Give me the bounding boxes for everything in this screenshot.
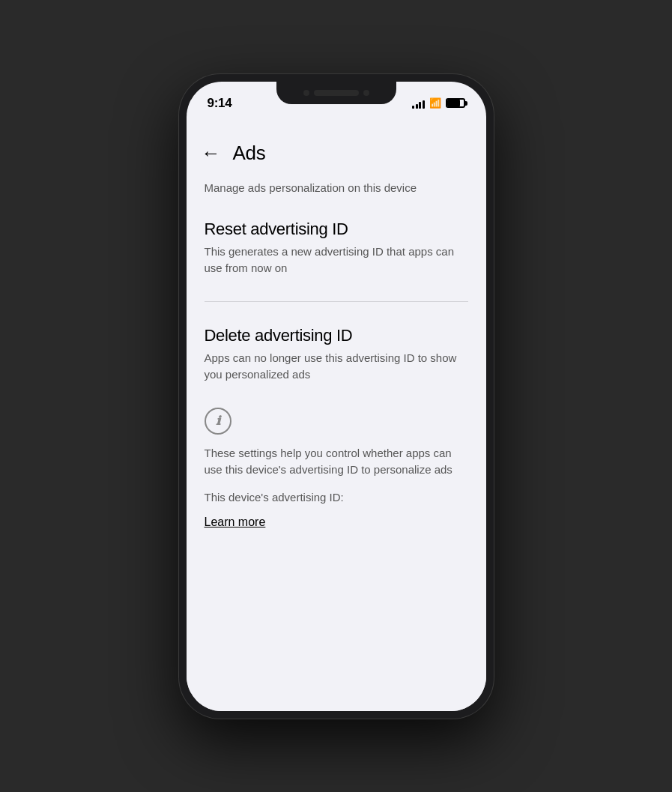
battery-fill — [447, 100, 461, 106]
page-header: ← Ads — [187, 130, 486, 171]
notch-dot-left — [303, 90, 309, 96]
delete-advertising-id-section[interactable]: Delete advertising ID Apps can no longer… — [205, 326, 468, 384]
signal-bar-4 — [423, 100, 425, 109]
phone-notch — [276, 82, 396, 104]
delete-advertising-id-desc: Apps can no longer use this advertising … — [205, 350, 468, 384]
notch-pill — [314, 90, 359, 96]
phone-device: 9:14 📶 ← — [179, 74, 494, 719]
info-icon: ℹ — [205, 408, 231, 435]
status-icons: 📶 — [412, 97, 465, 109]
wifi-icon: 📶 — [429, 97, 441, 109]
info-section: ℹ These settings help you control whethe… — [205, 408, 468, 529]
signal-bars-icon — [412, 98, 425, 109]
reset-advertising-id-desc: This generates a new advertising ID that… — [205, 244, 468, 277]
page-subtitle: Manage ads personalization on this devic… — [205, 180, 468, 196]
info-description: These settings help you control whether … — [205, 445, 468, 479]
reset-advertising-id-section[interactable]: Reset advertising ID This generates a ne… — [205, 220, 468, 277]
signal-bar-1 — [412, 106, 414, 109]
delete-advertising-id-title: Delete advertising ID — [205, 326, 468, 345]
notch-dot-right — [363, 90, 369, 96]
back-button[interactable]: ← — [202, 143, 221, 163]
info-icon-wrap: ℹ — [205, 408, 231, 435]
main-content: Manage ads personalization on this devic… — [187, 171, 486, 559]
status-time: 9:14 — [208, 96, 232, 111]
divider-1 — [205, 301, 468, 302]
page-title: Ads — [233, 142, 266, 165]
screen-content: ← Ads Manage ads personalization on this… — [187, 118, 486, 711]
back-arrow-icon: ← — [202, 143, 221, 163]
device-id-label: This device's advertising ID: — [205, 491, 468, 504]
reset-advertising-id-title: Reset advertising ID — [205, 220, 468, 239]
battery-icon — [446, 98, 465, 108]
signal-bar-3 — [419, 102, 421, 109]
phone-screen: 9:14 📶 ← — [187, 82, 486, 711]
signal-bar-2 — [416, 104, 418, 109]
learn-more-link[interactable]: Learn more — [205, 516, 266, 529]
